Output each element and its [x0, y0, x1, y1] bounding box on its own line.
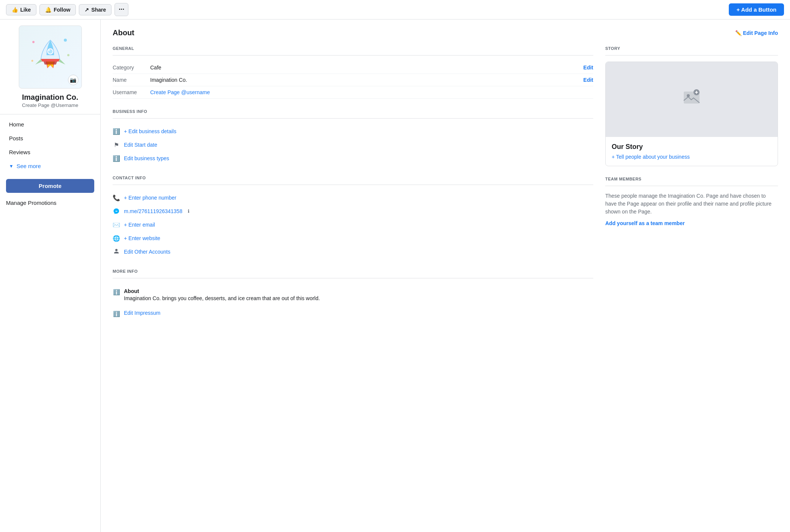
category-edit-button[interactable]: Edit — [583, 65, 593, 71]
about-info-row: ℹ️ About Imagination Co. brings you coff… — [113, 284, 593, 306]
avatar-container: 📷 — [19, 26, 82, 89]
info-icon-business: ℹ️ — [113, 128, 120, 135]
manage-promotions-label: Manage Promotions — [6, 200, 56, 206]
general-divider — [113, 55, 593, 56]
story-label: STORY — [605, 46, 778, 51]
contact-info-label: CONTACT INFO — [113, 176, 593, 180]
story-image-area[interactable] — [606, 62, 778, 137]
accounts-icon — [113, 248, 120, 255]
see-more-label: See more — [17, 163, 41, 169]
svg-point-2 — [67, 54, 69, 56]
messenger-info-icon[interactable]: ℹ — [188, 209, 190, 214]
add-team-member-link[interactable]: Add yourself as a team member — [605, 220, 778, 226]
enter-email-link[interactable]: ✉️ + Enter email — [113, 218, 593, 231]
more-button[interactable]: ··· — [115, 3, 128, 16]
info-icon-type: ℹ️ — [113, 155, 120, 162]
username-label: Username — [113, 89, 150, 95]
left-column: GENERAL Category Cafe Edit Name Imaginat… — [113, 46, 593, 332]
contact-info-section: CONTACT INFO 📞 + Enter phone number m.me… — [113, 176, 593, 258]
promote-label: Promote — [39, 183, 62, 189]
story-section: STORY — [605, 46, 778, 166]
page-username[interactable]: Create Page @Username — [22, 102, 78, 108]
name-value: Imagination Co. — [150, 77, 583, 83]
impressum-content: Edit Impressum — [124, 310, 593, 317]
create-username-link[interactable]: Create Page @username — [150, 89, 210, 95]
share-button[interactable]: ↗ Share — [79, 4, 112, 15]
rocket-icon — [28, 35, 73, 80]
camera-overlay[interactable]: 📷 — [68, 75, 78, 85]
manage-promotions-link[interactable]: Manage Promotions — [0, 196, 100, 210]
team-description: These people manage the Imagination Co. … — [605, 192, 778, 216]
main-layout: 📷 Imagination Co. Create Page @Username … — [0, 20, 790, 532]
enter-phone-link[interactable]: 📞 + Enter phone number — [113, 191, 593, 204]
edit-impressum-link[interactable]: Edit Impressum — [124, 310, 593, 316]
enter-website-link[interactable]: 🌐 + Enter website — [113, 231, 593, 245]
more-label: ··· — [119, 6, 124, 13]
edit-start-date-label: Edit Start date — [124, 142, 157, 148]
page-avatar-area: 📷 Imagination Co. Create Page @Username — [0, 20, 100, 114]
svg-point-1 — [64, 39, 67, 42]
phone-icon: 📞 — [113, 194, 120, 201]
edit-start-date-link[interactable]: ⚑ Edit Start date — [113, 138, 593, 152]
story-divider — [605, 55, 778, 56]
story-card: Our Story + Tell people about your busin… — [605, 62, 778, 166]
edit-page-info-label: Edit Page Info — [743, 30, 778, 36]
sidebar-nav: Home Posts Reviews ▼ See more — [0, 114, 100, 176]
team-members-label: TEAM MEMBERS — [605, 177, 778, 181]
globe-icon: 🌐 — [113, 234, 120, 242]
sidebar-item-see-more[interactable]: ▼ See more — [3, 159, 97, 173]
sidebar-item-reviews[interactable]: Reviews — [3, 145, 97, 159]
content-columns: GENERAL Category Cafe Edit Name Imaginat… — [113, 46, 778, 332]
story-title: Our Story — [612, 143, 772, 151]
name-edit-button[interactable]: Edit — [583, 77, 593, 83]
chevron-down-icon: ▼ — [9, 164, 14, 169]
more-info-divider — [113, 278, 593, 278]
action-bar-left: 👍 Like 🔔 Follow ↗ Share ··· — [6, 3, 128, 16]
action-bar: 👍 Like 🔔 Follow ↗ Share ··· + Add a Butt… — [0, 0, 790, 20]
main-content: About ✏️ Edit Page Info GENERAL Category… — [101, 20, 790, 532]
messenger-link-item[interactable]: m.me/276111926341358 ℹ — [113, 204, 593, 218]
share-icon: ↗ — [84, 7, 89, 13]
flag-icon: ⚑ — [113, 141, 120, 149]
svg-point-0 — [32, 41, 35, 43]
follow-button[interactable]: 🔔 Follow — [39, 4, 76, 15]
sidebar-item-home[interactable]: Home — [3, 117, 97, 131]
story-link[interactable]: + Tell people about your business — [612, 154, 772, 160]
page-name: Imagination Co. — [22, 93, 78, 102]
like-button[interactable]: 👍 Like — [6, 4, 36, 15]
business-info-section: BUSINESS INFO ℹ️ + Edit business details… — [113, 109, 593, 165]
enter-website-label: + Enter website — [124, 235, 160, 241]
category-row: Category Cafe Edit — [113, 62, 593, 74]
about-header: About ✏️ Edit Page Info — [113, 29, 778, 37]
enter-phone-label: + Enter phone number — [124, 195, 176, 201]
promote-button[interactable]: Promote — [6, 179, 94, 193]
reviews-label: Reviews — [9, 149, 30, 155]
more-info-section: MORE INFO ℹ️ About Imagination Co. bring… — [113, 269, 593, 321]
follow-icon: 🔔 — [45, 7, 51, 13]
username-row: Username Create Page @username — [113, 86, 593, 99]
messenger-icon — [113, 207, 120, 215]
enter-email-label: + Enter email — [124, 222, 155, 228]
posts-label: Posts — [9, 135, 23, 141]
sidebar-item-posts[interactable]: Posts — [3, 131, 97, 145]
team-members-divider — [605, 186, 778, 186]
edit-business-types-label: Edit business types — [124, 155, 169, 161]
edit-other-accounts-label: Edit Other Accounts — [124, 249, 170, 255]
add-button-cta[interactable]: + Add a Button — [729, 3, 784, 16]
category-label: Category — [113, 65, 150, 71]
edit-other-accounts-link[interactable]: Edit Other Accounts — [113, 245, 593, 258]
sidebar: 📷 Imagination Co. Create Page @Username … — [0, 20, 101, 532]
category-value: Cafe — [150, 65, 583, 71]
edit-business-details-link[interactable]: ℹ️ + Edit business details — [113, 125, 593, 138]
email-icon: ✉️ — [113, 221, 120, 228]
edit-business-details-label: + Edit business details — [124, 128, 176, 134]
right-column: STORY — [605, 46, 778, 332]
edit-page-info-button[interactable]: ✏️ Edit Page Info — [735, 30, 778, 36]
edit-business-types-link[interactable]: ℹ️ Edit business types — [113, 152, 593, 165]
home-label: Home — [9, 121, 24, 128]
about-info-icon: ℹ️ — [113, 288, 120, 302]
add-image-icon — [682, 89, 701, 111]
about-info-title: About — [124, 288, 593, 294]
story-content: Our Story + Tell people about your busin… — [606, 137, 778, 166]
business-info-label: BUSINESS INFO — [113, 109, 593, 114]
